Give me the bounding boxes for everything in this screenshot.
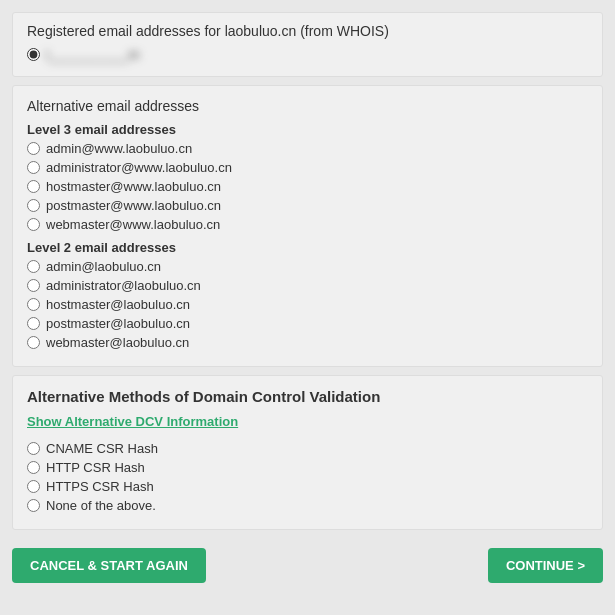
level2-radio-3[interactable] <box>27 317 40 330</box>
alt-label-1: HTTP CSR Hash <box>46 460 145 475</box>
alt-label-0: CNAME CSR Hash <box>46 441 158 456</box>
level2-label-2: hostmaster@laobuluo.cn <box>46 297 190 312</box>
level3-email-row-3[interactable]: postmaster@www.laobuluo.cn <box>27 198 588 213</box>
level2-email-row-1[interactable]: administrator@laobuluo.cn <box>27 278 588 293</box>
registered-section: Registered email addresses for laobuluo.… <box>12 12 603 77</box>
show-dcv-link[interactable]: Show Alternative DCV Information <box>27 414 238 429</box>
level2-radio-1[interactable] <box>27 279 40 292</box>
alt-label-2: HTTPS CSR Hash <box>46 479 154 494</box>
level3-title: Level 3 email addresses <box>27 122 588 137</box>
level2-radio-0[interactable] <box>27 260 40 273</box>
alternative-emails-title: Alternative email addresses <box>27 98 588 114</box>
level3-label-3: postmaster@www.laobuluo.cn <box>46 198 221 213</box>
registered-email-label: i___________m <box>46 47 139 62</box>
level3-radio-3[interactable] <box>27 199 40 212</box>
level2-email-row-2[interactable]: hostmaster@laobuluo.cn <box>27 297 588 312</box>
level3-email-row-4[interactable]: webmaster@www.laobuluo.cn <box>27 217 588 232</box>
level2-email-row-3[interactable]: postmaster@laobuluo.cn <box>27 316 588 331</box>
level2-title: Level 2 email addresses <box>27 240 588 255</box>
level3-label-1: administrator@www.laobuluo.cn <box>46 160 232 175</box>
level3-label-0: admin@www.laobuluo.cn <box>46 141 192 156</box>
cancel-button[interactable]: CANCEL & START AGAIN <box>12 548 206 583</box>
alt-label-3: None of the above. <box>46 498 156 513</box>
alternative-emails-section: Alternative email addresses Level 3 emai… <box>12 85 603 367</box>
registered-email-radio[interactable] <box>27 48 40 61</box>
level3-email-row-1[interactable]: administrator@www.laobuluo.cn <box>27 160 588 175</box>
footer: CANCEL & START AGAIN CONTINUE > <box>0 538 615 595</box>
alt-radio-0[interactable] <box>27 442 40 455</box>
level3-label-2: hostmaster@www.laobuluo.cn <box>46 179 221 194</box>
level2-email-row-4[interactable]: webmaster@laobuluo.cn <box>27 335 588 350</box>
continue-button[interactable]: CONTINUE > <box>488 548 603 583</box>
alt-radio-3[interactable] <box>27 499 40 512</box>
alt-methods-title: Alternative Methods of Domain Control Va… <box>27 388 588 405</box>
level3-radio-4[interactable] <box>27 218 40 231</box>
level3-radio-0[interactable] <box>27 142 40 155</box>
level2-label-0: admin@laobuluo.cn <box>46 259 161 274</box>
alt-radio-2[interactable] <box>27 480 40 493</box>
registered-email-value: i___________m <box>46 47 139 62</box>
level2-radio-4[interactable] <box>27 336 40 349</box>
level2-radio-2[interactable] <box>27 298 40 311</box>
registered-title: Registered email addresses for laobuluo.… <box>27 23 588 39</box>
level3-email-row-0[interactable]: admin@www.laobuluo.cn <box>27 141 588 156</box>
level3-email-row-2[interactable]: hostmaster@www.laobuluo.cn <box>27 179 588 194</box>
level3-radio-2[interactable] <box>27 180 40 193</box>
level3-radio-1[interactable] <box>27 161 40 174</box>
alt-option-row-2[interactable]: HTTPS CSR Hash <box>27 479 588 494</box>
level2-label-1: administrator@laobuluo.cn <box>46 278 201 293</box>
level3-label-4: webmaster@www.laobuluo.cn <box>46 217 220 232</box>
alt-methods-section: Alternative Methods of Domain Control Va… <box>12 375 603 530</box>
alt-option-row-3[interactable]: None of the above. <box>27 498 588 513</box>
level2-email-row-0[interactable]: admin@laobuluo.cn <box>27 259 588 274</box>
alt-option-row-1[interactable]: HTTP CSR Hash <box>27 460 588 475</box>
level2-label-4: webmaster@laobuluo.cn <box>46 335 189 350</box>
registered-email-row[interactable]: i___________m <box>27 47 588 62</box>
alt-option-row-0[interactable]: CNAME CSR Hash <box>27 441 588 456</box>
level2-label-3: postmaster@laobuluo.cn <box>46 316 190 331</box>
alt-radio-1[interactable] <box>27 461 40 474</box>
